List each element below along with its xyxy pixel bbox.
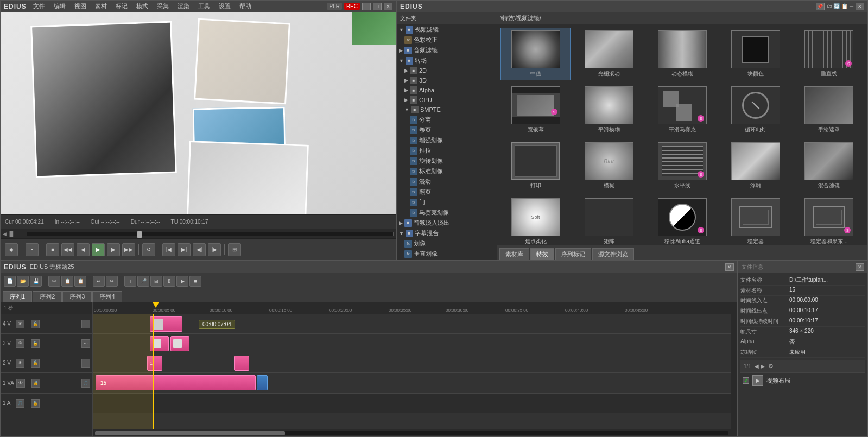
filter-item-smoothmosaic[interactable]: S 平滑马赛克 [647, 84, 717, 136]
track-vis-btn-4v[interactable]: 👁 [16, 320, 24, 328]
tree-item-alpha[interactable]: ▶ ■ Alpha [397, 85, 497, 95]
clip-1va-2[interactable] [257, 375, 268, 390]
tree-item-softfly[interactable]: fx 柔化飞入 [397, 259, 497, 260]
track-vis-btn-2v[interactable]: 👁 [16, 359, 24, 368]
tl-tab-seq4[interactable]: 序列4 [92, 291, 122, 302]
menu-edit[interactable]: 编辑 [52, 1, 68, 11]
tl-mixer-btn[interactable]: 🎚 [163, 276, 175, 287]
track-vis-btn-1va[interactable]: 👁 [16, 379, 25, 388]
filter-item-print[interactable]: 打印 [500, 140, 571, 192]
tree-item-door[interactable]: fx 门 [397, 197, 497, 207]
filter-item-vertical[interactable]: S 垂直线 [794, 28, 864, 80]
menu-capture[interactable]: 采集 [155, 1, 171, 11]
menu-render[interactable]: 渲染 [175, 1, 192, 11]
tl-save-btn[interactable]: 💾 [30, 276, 42, 287]
next-frame-button[interactable]: ▶▶ [122, 243, 135, 256]
filter-item-removealpha[interactable]: S 移除Alpha通道 [647, 195, 717, 245]
menu-view[interactable]: 视图 [72, 1, 88, 11]
tl-cut-btn[interactable]: ✂ [48, 276, 60, 287]
tl-undo-btn[interactable]: ↩ [93, 276, 105, 287]
hscroll-track[interactable] [95, 431, 728, 435]
tree-item-transition[interactable]: ▼ ■ 转场 [397, 55, 497, 66]
tree-item-smpte[interactable]: ▼ ■ SMPTE [397, 105, 497, 115]
track-extra-btn-1va[interactable]: 🎵 [81, 379, 90, 388]
tl-text-btn[interactable]: T [124, 276, 136, 287]
timeline-close-button[interactable]: ✕ [725, 263, 734, 271]
dot-button[interactable]: • [26, 243, 39, 256]
tree-item-scroll[interactable]: fx 漫动 [397, 176, 497, 187]
trim-right-button[interactable]: |▶ [208, 243, 221, 256]
minimize-button[interactable]: ─ [362, 3, 371, 10]
tree-item-gpu[interactable]: ▶ ■ GPU [397, 95, 497, 105]
tree-item-push[interactable]: fx 推拉 [397, 145, 497, 156]
filter-pin-button[interactable]: 📌 [816, 3, 825, 10]
next-button[interactable]: ▶ [107, 243, 120, 256]
hscroll-thumb[interactable] [95, 431, 285, 435]
track-lock-btn-1va[interactable]: 🔒 [31, 379, 40, 388]
prev-frame-button[interactable]: ◀◀ [61, 243, 74, 256]
tree-item-flippage[interactable]: fx 翻页 [397, 187, 497, 197]
prev-button[interactable]: ◀ [77, 243, 90, 256]
tl-tab-seq1[interactable]: 序列1 [3, 291, 32, 302]
track-vis-btn-3v[interactable]: 👁 [16, 339, 24, 348]
meta-close-button[interactable]: ✕ [856, 263, 864, 271]
menu-settings[interactable]: 设置 [217, 1, 233, 11]
trim-left-button[interactable]: ◀| [193, 243, 206, 256]
menu-file[interactable]: 文件 [31, 1, 47, 11]
timeline-hscroll[interactable] [93, 429, 731, 436]
tab-effects[interactable]: 特效 [530, 248, 554, 260]
extra-button[interactable]: ⊞ [228, 243, 241, 256]
timeline-ruler[interactable]: 00:00:00:00 00:00:05:00 00:00:10:00 00:0… [93, 302, 731, 314]
marker-button[interactable]: ◆ [5, 243, 18, 256]
filter-item-stabilizer2[interactable]: S 稳定器和果东... [794, 195, 864, 245]
tab-library[interactable]: 素材库 [499, 248, 529, 260]
track-lock-btn-4v[interactable]: 🔒 [31, 320, 40, 328]
tree-item-vertwipe[interactable]: fx 垂直划像 [397, 249, 497, 259]
meta-effect-checkbox[interactable]: ✓ [743, 377, 749, 384]
filter-item-cycle[interactable]: 循环幻灯 [721, 84, 791, 136]
filter-item-mixed[interactable]: 混合滤镜 [794, 140, 864, 192]
filter-item-blur[interactable]: Blur 模糊 [574, 140, 644, 192]
timeline-vert-scroll[interactable] [731, 302, 737, 436]
filter-close-button[interactable]: ✕ [856, 3, 864, 10]
stop-button[interactable]: ■ [46, 243, 59, 256]
filter-item-blockcolor[interactable]: 块颜色 [721, 28, 791, 80]
tl-open-btn[interactable]: 📂 [17, 276, 29, 287]
tl-stop2-btn[interactable]: ■ [189, 276, 201, 287]
tl-redo-btn[interactable]: ↪ [106, 276, 118, 287]
tab-srcbrowse[interactable]: 源文件浏览 [592, 248, 634, 260]
maximize-button[interactable]: □ [373, 3, 382, 10]
clip-4v-1[interactable] [150, 316, 182, 332]
tree-item-wipe[interactable]: fx 划像 [397, 238, 497, 249]
filter-item-matrix[interactable]: 矩阵 [574, 195, 644, 245]
loop-button[interactable]: ↺ [142, 243, 155, 256]
filter-item-glow[interactable]: 光栅滚动 [574, 28, 644, 80]
filter-item-smoothblur[interactable]: 平滑模糊 [574, 84, 644, 136]
track-lock-btn-3v[interactable]: 🔒 [31, 339, 40, 348]
tree-item-pagecurl[interactable]: fx 卷页 [397, 125, 497, 135]
tree-item-3d[interactable]: ▶ ■ 3D [397, 75, 497, 85]
track-lock-btn-2v[interactable]: 🔒 [31, 359, 40, 368]
clip-2v-2[interactable] [234, 356, 249, 371]
tree-item-audiofade[interactable]: ▶ ■ 音频淡入淡出 [397, 218, 497, 228]
tl-tab-seq3[interactable]: 序列3 [62, 291, 92, 302]
menu-mode[interactable]: 模式 [134, 1, 150, 11]
close-button[interactable]: ✕ [384, 3, 392, 10]
tl-new-btn[interactable]: 📄 [4, 276, 16, 287]
filter-item-handmask[interactable]: 手绘遮罩 [794, 84, 864, 136]
tl-paste-btn[interactable]: 📋 [74, 276, 86, 287]
tree-item-colorfix[interactable]: fx 色彩校正 [397, 35, 497, 45]
preview-scrubbar[interactable]: ◀ ▐▌ [1, 229, 396, 238]
filter-item-stabilizer[interactable]: 稳定器 [721, 195, 791, 245]
tree-item-split[interactable]: fx 分离 [397, 115, 497, 125]
tl-tab-seq2[interactable]: 序列2 [33, 291, 62, 302]
tree-item-videofilters[interactable]: ▼ ■ 视频滤镜 [397, 24, 497, 35]
tree-item-2d[interactable]: ▶ ■ 2D [397, 66, 497, 75]
play-button[interactable]: ▶ [92, 243, 105, 256]
track-lock-btn-1a[interactable]: 🔒 [31, 399, 40, 408]
track-extra-btn-4v[interactable]: ⋯ [81, 320, 90, 328]
clip-3v-2[interactable] [170, 336, 189, 351]
menu-material[interactable]: 素材 [93, 1, 109, 11]
tl-mix-btn[interactable]: ⊞ [150, 276, 162, 287]
menu-mark[interactable]: 标记 [113, 1, 130, 11]
